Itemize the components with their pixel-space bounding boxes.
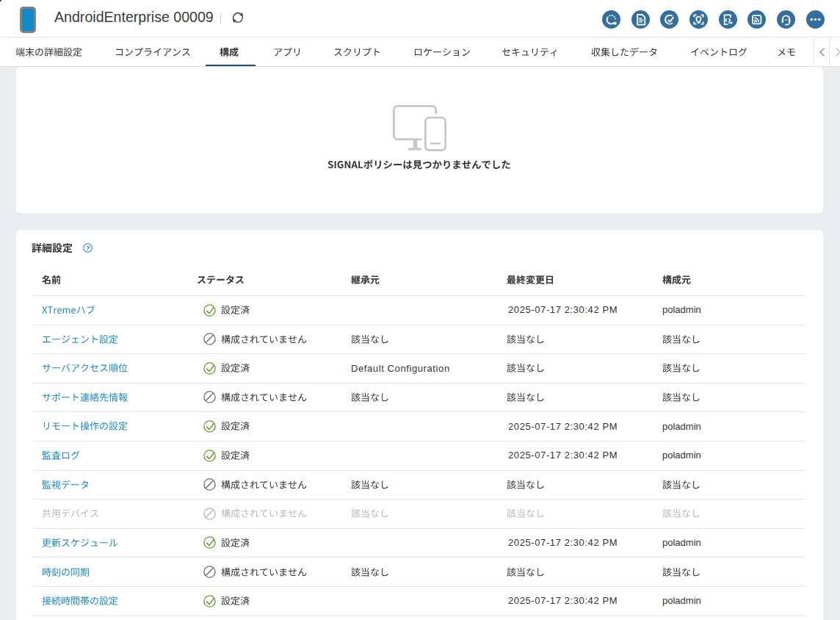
svg-text:?: ? [85,245,89,252]
